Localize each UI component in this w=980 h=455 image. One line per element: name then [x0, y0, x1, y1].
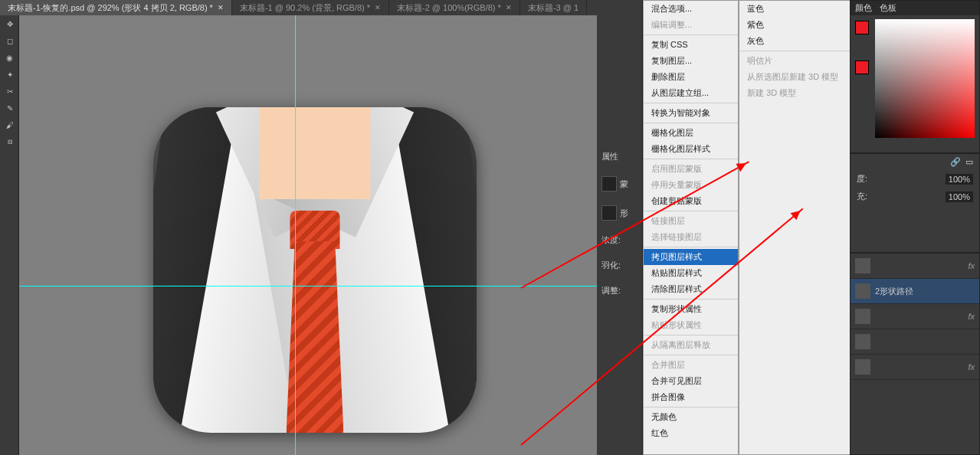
toolbox: ✥ ◻ ◉ ✦ ✂ ✎ 🖌 ⧈	[0, 15, 19, 455]
layer-thumb-icon	[855, 334, 870, 349]
wand-tool-icon[interactable]: ✦	[0, 66, 19, 83]
layer-context-menu: 混合选项... 编辑调整... 复制 CSS 复制图层... 删除图层 从图层建…	[643, 0, 739, 455]
submenu-new-3d-from-layer: 从所选图层新建 3D 模型	[739, 69, 857, 85]
move-tool-icon[interactable]: ✥	[0, 15, 19, 32]
marquee-tool-icon[interactable]: ◻	[0, 32, 19, 49]
layer-row[interactable]	[851, 329, 979, 355]
align-icon[interactable]: ▭	[965, 157, 973, 167]
brush-tool-icon[interactable]: 🖌	[0, 116, 19, 133]
canvas-viewport[interactable]	[19, 15, 597, 455]
menu-edit-adjustment: 编辑调整...	[644, 17, 738, 33]
adjust-label: 调整:	[601, 285, 621, 296]
color-picker-gradient[interactable]	[875, 19, 975, 138]
menu-merge-layers: 合并图层	[644, 357, 738, 373]
guide-vertical[interactable]	[295, 15, 296, 455]
menu-convert-smart-object[interactable]: 转换为智能对象	[644, 105, 738, 121]
menu-blend-options[interactable]: 混合选项...	[644, 1, 738, 17]
tab-doc-2[interactable]: 末标题-1 @ 90.2% (背景, RGB/8) *✕	[232, 0, 389, 15]
layer-thumb-icon	[855, 359, 870, 375]
properties-panel: 属性 蒙 形 浓度: 羽化: 调整:	[597, 0, 643, 455]
fx-badge[interactable]: fx	[968, 312, 975, 321]
color-tab[interactable]: 颜色	[855, 2, 872, 14]
layer-row[interactable]: fx	[851, 304, 979, 329]
submenu-purple[interactable]: 紫色	[739, 17, 857, 33]
fx-badge[interactable]: fx	[968, 261, 975, 270]
chain-icon[interactable]: 🔗	[950, 157, 961, 167]
opacity-value[interactable]: 100%	[946, 174, 973, 185]
menu-no-color[interactable]: 无颜色	[644, 409, 738, 425]
stamp-tool-icon[interactable]: ⧈	[0, 133, 19, 150]
fill-label: 充:	[857, 191, 867, 202]
layer-thumb-icon	[855, 309, 870, 324]
crop-tool-icon[interactable]: ✂	[0, 83, 19, 100]
menu-release-isolation: 从隔离图层释放	[644, 337, 738, 353]
close-icon[interactable]: ✕	[506, 4, 512, 11]
tab-doc-3[interactable]: 末标题-2 @ 100%(RGB/8) *✕	[389, 0, 520, 15]
close-icon[interactable]: ✕	[375, 4, 381, 11]
tab-doc-1[interactable]: 末标题-1-恢复的.psd @ 292% (形状 4 拷贝 2, RGB/8) …	[0, 0, 232, 15]
close-icon[interactable]: ✕	[218, 4, 224, 11]
menu-rasterize-layer[interactable]: 栅格化图层	[644, 125, 738, 141]
layer-row[interactable]: fx	[851, 355, 979, 380]
menu-select-linked: 选择链接图层	[644, 229, 738, 245]
guide-horizontal[interactable]	[19, 286, 597, 286]
shape-thumb-icon[interactable]	[601, 205, 617, 221]
layer-thumb-icon	[855, 258, 870, 273]
fill-value[interactable]: 100%	[946, 191, 973, 202]
tab-doc-4[interactable]: 末标题-3 @ 1	[520, 0, 587, 15]
foreground-swatch[interactable]	[855, 21, 869, 34]
fx-badge[interactable]: fx	[968, 362, 975, 372]
submenu-new-3d-model: 新建 3D 模型	[739, 85, 857, 101]
menu-rasterize-style[interactable]: 栅格化图层样式	[644, 141, 738, 157]
feather-label: 羽化:	[601, 260, 621, 271]
mask-thumb-icon[interactable]	[601, 176, 617, 191]
opacity-label: 度:	[857, 173, 867, 185]
submenu-blue[interactable]: 蓝色	[739, 1, 857, 17]
menu-delete-layer[interactable]: 删除图层	[644, 69, 738, 85]
menu-clear-layer-style[interactable]: 清除图层样式	[644, 281, 738, 297]
layer-thumb-icon	[855, 283, 870, 299]
layer-row-selected[interactable]: 2形状路径	[851, 279, 979, 304]
layers-panel: fx 2形状路径 fx fx	[850, 253, 980, 455]
eyedrop-tool-icon[interactable]: ✎	[0, 100, 19, 116]
layer-row[interactable]: fx	[851, 254, 979, 279]
swatches-tab[interactable]: 色板	[880, 2, 896, 14]
menu-merge-visible[interactable]: 合并可见图层	[644, 373, 738, 389]
artboard-icon-preview	[153, 107, 477, 433]
properties-title[interactable]: 属性	[601, 151, 637, 162]
color-submenu: 蓝色 紫色 灰色 明信片 从所选图层新建 3D 模型 新建 3D 模型	[739, 0, 857, 455]
menu-link-layers: 链接图层	[644, 213, 738, 229]
background-swatch[interactable]	[855, 61, 869, 74]
menu-group-layers[interactable]: 从图层建立组...	[644, 85, 738, 101]
menu-copy-layer-style[interactable]: 拷贝图层样式	[644, 249, 738, 265]
color-panel: 颜色 色板	[850, 0, 980, 153]
menu-disable-vector-mask: 停用矢量蒙版	[644, 177, 738, 193]
submenu-postcard: 明信片	[739, 53, 857, 69]
menu-copy-css[interactable]: 复制 CSS	[644, 37, 738, 53]
menu-duplicate-layer[interactable]: 复制图层...	[644, 53, 738, 69]
lasso-tool-icon[interactable]: ◉	[0, 49, 19, 66]
menu-red[interactable]: 红色	[644, 425, 738, 441]
layer-options-panel: 🔗 ▭ 度: 100% 充: 100%	[850, 153, 980, 253]
submenu-gray[interactable]: 灰色	[739, 33, 857, 49]
menu-flatten-image[interactable]: 拼合图像	[644, 389, 738, 405]
menu-create-clipping-mask[interactable]: 创建剪贴蒙版	[644, 193, 738, 209]
